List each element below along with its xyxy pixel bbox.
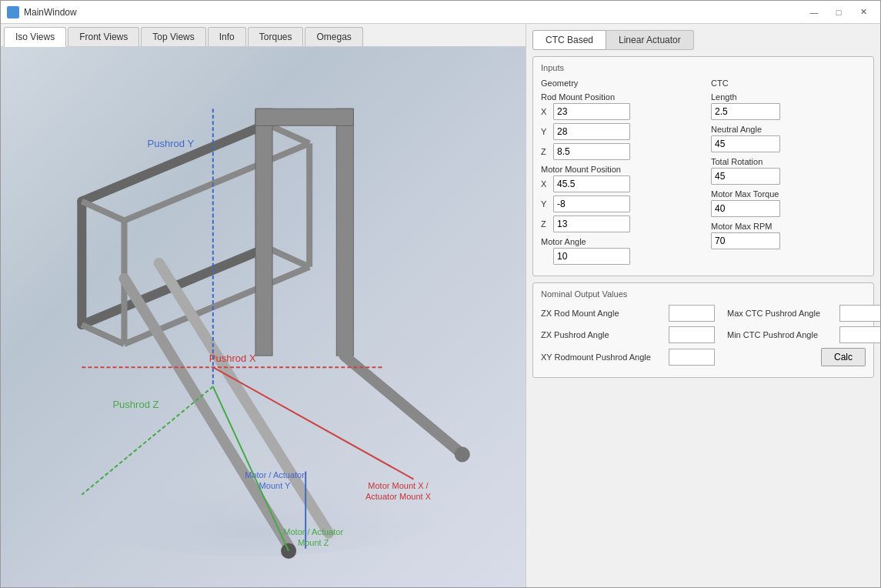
rod-mount-group: Rod Mount Position X Y Z [541, 92, 696, 160]
neutral-angle-group: Neutral Angle [711, 125, 866, 152]
window-title: MainWindow [24, 7, 77, 18]
motor-angle-group: Motor Angle [541, 237, 696, 265]
motor-y-label: Y [541, 199, 550, 209]
titlebar-controls: — □ ✕ [803, 5, 874, 20]
tab-info[interactable]: Info [208, 27, 246, 46]
minimize-button[interactable]: — [803, 5, 825, 20]
motor-angle-label: Motor Angle [541, 237, 696, 246]
content-area: Iso Views Front Views Top Views Info Tor… [1, 24, 880, 587]
svg-text:Actuator Mount X: Actuator Mount X [365, 492, 432, 501]
svg-line-5 [82, 202, 124, 221]
svg-line-8 [267, 124, 309, 143]
ctc-length-label: Length [711, 92, 866, 102]
zx-pushrod-row: ZX Pushrod Angle Min CTC Pushrod Angle [541, 326, 866, 343]
rod-y-label: Y [541, 127, 550, 136]
rod-z-label: Z [541, 147, 550, 156]
rod-x-row: X [541, 103, 696, 120]
max-ctc-pushrod-input[interactable] [839, 305, 880, 322]
svg-text:Motor / Actuator: Motor / Actuator [283, 527, 343, 536]
inputs-title: Inputs [541, 63, 866, 72]
geometry-col: Geometry Rod Mount Position X Y [541, 79, 696, 269]
total-rotation-input[interactable] [711, 168, 780, 185]
titlebar-left: MainWindow [7, 6, 77, 18]
nominal-panel: Nominal Output Values ZX Rod Mount Angle… [532, 282, 874, 378]
rod-z-input[interactable] [553, 143, 630, 160]
motor-x-input[interactable] [553, 175, 630, 192]
svg-point-19 [455, 446, 470, 462]
max-ctc-pushrod-label: Max CTC Pushrod Angle [727, 309, 835, 318]
titlebar: MainWindow — □ ✕ [1, 1, 880, 24]
zx-rod-mount-angle-input[interactable] [669, 305, 715, 322]
svg-rect-13 [255, 109, 272, 356]
motor-max-rpm-input[interactable] [711, 232, 780, 249]
motor-z-input[interactable] [553, 215, 630, 232]
rod-z-row: Z [541, 143, 696, 160]
geometry-label: Geometry [541, 79, 696, 88]
min-ctc-pushrod-input[interactable] [839, 326, 880, 343]
motor-max-rpm-group: Motor Max RPM [711, 222, 866, 249]
tab-omegas[interactable]: Omegas [305, 27, 362, 46]
svg-line-1 [82, 124, 267, 201]
svg-text:Motor Mount X /: Motor Mount X / [368, 481, 429, 490]
ctc-length-input[interactable] [711, 103, 780, 120]
svg-text:Pushrod Y: Pushrod Y [148, 138, 195, 149]
svg-text:Motor / Actuator: Motor / Actuator [245, 470, 305, 479]
total-rotation-label: Total Rotation [711, 157, 866, 166]
right-panel: CTC Based Linear Actuator Inputs Geometr… [526, 24, 880, 587]
min-ctc-pushrod-label: Min CTC Pushrod Angle [727, 330, 835, 339]
motor-angle-input[interactable] [553, 248, 630, 265]
rod-y-input[interactable] [553, 123, 630, 140]
app-icon [7, 6, 19, 18]
svg-rect-15 [255, 109, 353, 125]
motor-max-torque-input[interactable] [711, 200, 780, 217]
motor-y-row: Y [541, 195, 696, 212]
motor-mount-label: Motor Mount Position [541, 165, 696, 174]
ctc-label: CTC [711, 79, 866, 88]
zx-rod-mount-angle-label: ZX Rod Mount Angle [541, 309, 664, 318]
motor-z-row: Z [541, 215, 696, 232]
neutral-angle-input[interactable] [711, 135, 780, 152]
motor-max-rpm-label: Motor Max RPM [711, 222, 866, 231]
inputs-panel: Inputs Geometry Rod Mount Position X [532, 56, 874, 276]
svg-text:Pushrod Z: Pushrod Z [112, 399, 159, 410]
rod-x-label: X [541, 107, 550, 116]
neutral-angle-label: Neutral Angle [711, 125, 866, 134]
xy-rodmount-input[interactable] [669, 349, 715, 366]
inputs-grid: Geometry Rod Mount Position X Y [541, 79, 866, 269]
svg-line-9 [267, 248, 309, 267]
zx-pushrod-angle-input[interactable] [669, 326, 715, 343]
svg-rect-14 [336, 109, 353, 356]
zx-pushrod-angle-label: ZX Pushrod Angle [541, 330, 664, 339]
rod-y-row: Y [541, 123, 696, 140]
tab-bar: Iso Views Front Views Top Views Info Tor… [1, 24, 526, 47]
xy-rodmount-label: XY Rodmount Pushrod Angle [541, 352, 664, 362]
svg-line-6 [82, 325, 124, 344]
viewport: Pushrod Y Pushrod X Pushrod Z Motor / Ac… [1, 47, 526, 587]
total-rotation-group: Total Rotation [711, 157, 866, 185]
motor-x-row: X [541, 175, 696, 192]
svg-line-11 [124, 143, 309, 220]
xy-rodmount-row: XY Rodmount Pushrod Angle Calc [541, 348, 866, 366]
motor-angle-row [541, 248, 696, 265]
svg-text:Pushrod X: Pushrod X [209, 352, 256, 364]
right-tab-ctc[interactable]: CTC Based [532, 30, 606, 50]
motor-mount-group: Motor Mount Position X Y Z [541, 165, 696, 232]
motor-y-input[interactable] [553, 195, 630, 212]
close-button[interactable]: ✕ [853, 5, 874, 20]
main-window: MainWindow — □ ✕ Iso Views Front Views T… [0, 0, 881, 588]
right-tab-linear[interactable]: Linear Actuator [606, 30, 694, 50]
zx-rod-mount-row: ZX Rod Mount Angle Max CTC Pushrod Angle [541, 305, 866, 322]
svg-text:Mount Y: Mount Y [259, 481, 291, 490]
ctc-col: CTC Length Neutral Angle Total Rotation [711, 79, 866, 269]
tab-iso-views[interactable]: Iso Views [4, 27, 66, 47]
ctc-length-group: Length [711, 92, 866, 120]
nominal-title: Nominal Output Values [541, 289, 866, 299]
motor-max-torque-group: Motor Max Torque [711, 189, 866, 217]
tab-torques[interactable]: Torques [248, 27, 304, 46]
maximize-button[interactable]: □ [828, 5, 849, 20]
calc-button[interactable]: Calc [821, 348, 866, 366]
tab-top-views[interactable]: Top Views [141, 27, 205, 46]
rod-x-input[interactable] [553, 103, 630, 120]
tab-front-views[interactable]: Front Views [68, 27, 139, 46]
motor-max-torque-label: Motor Max Torque [711, 189, 866, 199]
